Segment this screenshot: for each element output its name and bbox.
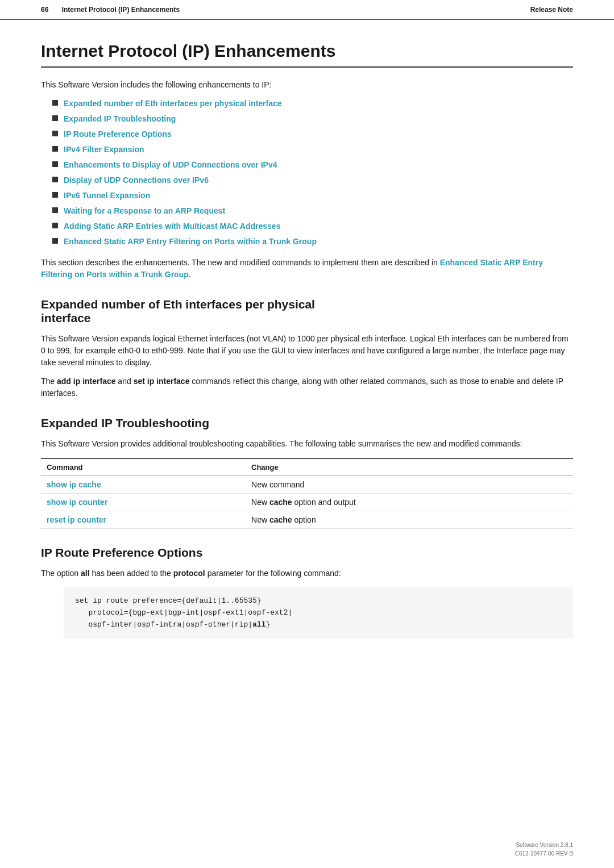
bold-cache-2: cache <box>269 515 292 524</box>
bullet-link-10[interactable]: Enhanced Static ARP Entry Filtering on P… <box>64 236 317 248</box>
bullet-icon <box>52 161 58 167</box>
bold-set-ip: set ip interface <box>134 377 190 386</box>
page-footer: Software Version 2.8.1 C613-10477-00 REV… <box>515 841 573 858</box>
main-content: Internet Protocol (IP) Enhancements This… <box>0 20 614 681</box>
header-title: Internet Protocol (IP) Enhancements <box>62 6 180 14</box>
section-title-route: IP Route Preference Options <box>41 546 573 560</box>
bullet-link-4[interactable]: IPv4 Filter Expansion <box>64 144 144 156</box>
bullet-icon <box>52 223 58 228</box>
route-intro: The option all has been added to the pro… <box>41 567 573 579</box>
bullet-link-3[interactable]: IP Route Preference Options <box>64 128 172 140</box>
table-header-row: Command Change <box>41 458 573 476</box>
intro-paragraph: This Software Version includes the follo… <box>41 79 573 91</box>
bullet-link-5[interactable]: Enhancements to Display of UDP Connectio… <box>64 159 277 171</box>
col-command: Command <box>41 458 246 476</box>
list-item: Adding Static ARP Entries with Multicast… <box>52 220 573 232</box>
list-item: IPv4 Filter Expansion <box>52 144 573 156</box>
bullet-list: Expanded number of Eth interfaces per ph… <box>52 98 573 248</box>
list-item: Waiting for a Response to an ARP Request <box>52 205 573 217</box>
list-item: Enhancements to Display of UDP Connectio… <box>52 159 573 171</box>
bold-all: all <box>81 569 90 578</box>
table-row: show ip cache New command <box>41 476 573 494</box>
page-header: 66 Internet Protocol (IP) Enhancements R… <box>0 0 614 20</box>
table-row: show ip counter New cache option and out… <box>41 494 573 511</box>
page-title: Internet Protocol (IP) Enhancements <box>41 41 573 68</box>
change-cell-2: New cache option and output <box>246 494 573 511</box>
list-item: Expanded IP Troubleshooting <box>52 113 573 125</box>
bullet-icon <box>52 238 58 244</box>
list-item: Enhanced Static ARP Entry Filtering on P… <box>52 236 573 248</box>
cmd-link-3[interactable]: reset ip counter <box>47 515 106 524</box>
header-right: Release Note <box>530 6 573 14</box>
code-block-route: set ip route preference={default|1..6553… <box>64 587 573 639</box>
change-cell-3: New cache option <box>246 511 573 529</box>
bullet-icon <box>52 115 58 121</box>
cmd-cell-1: show ip cache <box>41 476 246 494</box>
list-item: IP Route Preference Options <box>52 128 573 140</box>
bullet-icon <box>52 100 58 106</box>
bullet-icon <box>52 207 58 213</box>
bold-all-code: all <box>252 620 265 629</box>
cmd-link-1[interactable]: show ip cache <box>47 480 101 489</box>
cmd-cell-2: show ip counter <box>41 494 246 511</box>
list-item: Expanded number of Eth interfaces per ph… <box>52 98 573 110</box>
table-row: reset ip counter New cache option <box>41 511 573 529</box>
bullet-link-2[interactable]: Expanded IP Troubleshooting <box>64 113 176 125</box>
section-text-end: . <box>189 270 191 279</box>
section-title-eth: Expanded number of Eth interfaces per ph… <box>41 298 573 325</box>
footer-line2: C613-10477-00 REV B <box>515 849 573 858</box>
col-change: Change <box>246 458 573 476</box>
troubleshooting-intro: This Software Version provides additiona… <box>41 438 573 450</box>
eth-para-1: This Software Version expands logical Et… <box>41 333 573 369</box>
bold-protocol: protocol <box>173 569 205 578</box>
commands-table: Command Change show ip cache New command… <box>41 458 573 529</box>
bullet-link-8[interactable]: Waiting for a Response to an ARP Request <box>64 205 225 217</box>
bullet-icon <box>52 177 58 182</box>
bullet-link-1[interactable]: Expanded number of Eth interfaces per ph… <box>64 98 282 110</box>
header-left: 66 Internet Protocol (IP) Enhancements <box>41 6 180 14</box>
section-intro-paragraph: This section describes the enhancements.… <box>41 257 573 281</box>
cmd-cell-3: reset ip counter <box>41 511 246 529</box>
bullet-link-6[interactable]: Display of UDP Connections over IPv6 <box>64 174 209 186</box>
change-cell-1: New command <box>246 476 573 494</box>
bullet-link-9[interactable]: Adding Static ARP Entries with Multicast… <box>64 220 280 232</box>
section-text: This section describes the enhancements.… <box>41 258 438 267</box>
cmd-link-2[interactable]: show ip counter <box>47 498 107 507</box>
bold-cache-1: cache <box>269 498 292 507</box>
bullet-icon <box>52 146 58 152</box>
section-title-troubleshooting: Expanded IP Troubleshooting <box>41 416 573 430</box>
list-item: Display of UDP Connections over IPv6 <box>52 174 573 186</box>
eth-para-2: The add ip interface and set ip interfac… <box>41 375 573 399</box>
bullet-icon <box>52 131 58 136</box>
bold-add-ip: add ip interface <box>57 377 115 386</box>
footer-line1: Software Version 2.8.1 <box>515 841 573 849</box>
bullet-link-7[interactable]: IPv6 Tunnel Expansion <box>64 190 150 202</box>
list-item: IPv6 Tunnel Expansion <box>52 190 573 202</box>
bullet-icon <box>52 192 58 198</box>
page-number: 66 <box>41 6 48 14</box>
